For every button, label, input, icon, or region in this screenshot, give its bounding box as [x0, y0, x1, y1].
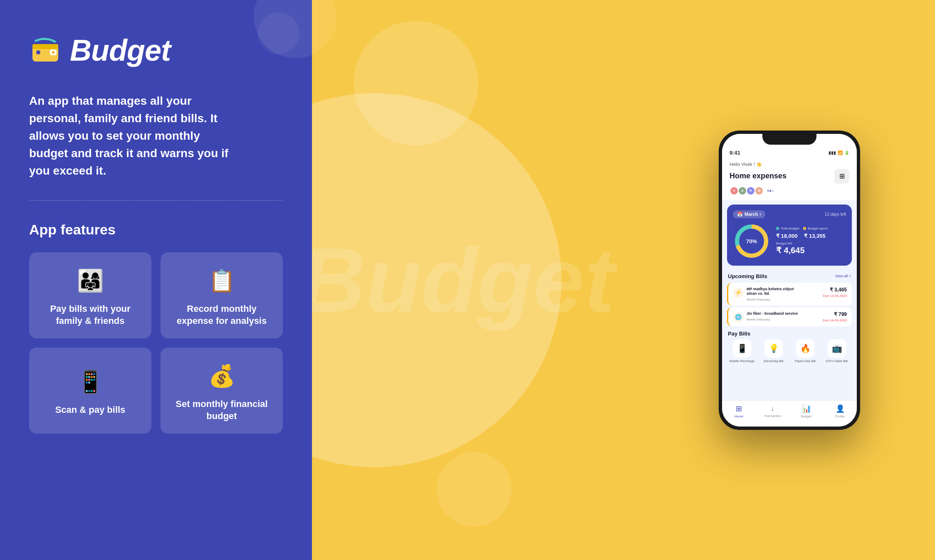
- bill-due-1: Due 12-03-2023: [823, 294, 847, 298]
- bill-month-1: Month February: [747, 298, 801, 301]
- wifi-icon: 📶: [838, 150, 843, 155]
- bill-left-2: 🌐 Jio fiber - broadband service Month Fe…: [733, 311, 798, 322]
- pay-bills-grid: 📱 Mobile Recharge 💡 Electricity Bill 🔥 P…: [728, 339, 851, 363]
- calendar-icon: 📅: [737, 212, 743, 217]
- legend-spent-label: Budget spent: [808, 227, 827, 230]
- avatars-row: V A R M +4 ›: [730, 186, 849, 195]
- nav-profile[interactable]: 👤 Profile: [823, 404, 857, 418]
- donut-percent: 70%: [746, 238, 757, 244]
- budget-card-header: 📅 March › 12 days left: [733, 210, 846, 218]
- mobile-recharge-label: Mobile Recharge: [730, 359, 754, 363]
- avatar-2: A: [738, 186, 747, 195]
- electricity-icon: ⚡: [733, 288, 743, 298]
- battery-icon: 🔋: [844, 150, 849, 155]
- bottom-nav: ⊞ Home ↓ Transaction 📊 Budget 👤 Profile: [722, 400, 857, 427]
- bill-amount-2: ₹ 799: [823, 311, 847, 317]
- more-avatars-badge: +4 ›: [767, 189, 774, 193]
- transaction-nav-icon: ↓: [771, 404, 774, 413]
- pay-bill-electricity[interactable]: 💡 Electricity Bill: [759, 339, 788, 363]
- bill-month-2: Month February: [747, 318, 798, 321]
- feature-card-scan-pay[interactable]: 📱 Scan & pay bills: [29, 348, 151, 434]
- dth-cable-icon: 📺: [828, 339, 846, 358]
- grid-icon[interactable]: ⊞: [834, 169, 849, 184]
- profile-nav-icon: 👤: [836, 404, 845, 413]
- pay-bill-dth[interactable]: 📺 DTH Cable Bill: [823, 339, 851, 363]
- app-tagline: An app that manages all your personal, f…: [29, 92, 237, 180]
- budget-nav-label: Budget: [801, 414, 811, 418]
- deco-circle-2: [437, 452, 512, 527]
- total-budget-val: ₹ 18,000: [776, 233, 797, 239]
- budget-spent-val: ₹ 13,355: [804, 233, 825, 239]
- budget-info: Total Budget Budget spent ₹ 18,000: [776, 227, 846, 255]
- status-icons: ▮▮▮ 📶 🔋: [829, 150, 849, 155]
- nav-home[interactable]: ⊞ Home: [722, 404, 756, 418]
- bill-info-1: MP madhya kshetra vidyut vitran co. ltd.…: [747, 287, 801, 301]
- pay-bills-label: Pay bills with your family & friends: [41, 303, 140, 327]
- feature-card-pay-bills[interactable]: 👨‍👩‍👧 Pay bills with your family & frien…: [29, 252, 151, 338]
- phone-mockup: 9:41 ▮▮▮ 📶 🔋 Hello Vivek ! 👋 Home expens…: [719, 131, 860, 430]
- scan-pay-label: Scan & pay bills: [55, 404, 126, 416]
- pay-bills-section: Pay Bills 📱 Mobile Recharge 💡 Electricit…: [722, 328, 857, 366]
- bill-right-2: ₹ 799 Due 14-03-2023: [823, 311, 847, 322]
- svg-point-2: [36, 50, 40, 54]
- app-name: Budget: [70, 33, 171, 67]
- logo-area: Budget: [29, 33, 283, 67]
- piped-gas-label: Piped Gas Bill: [795, 359, 816, 363]
- nav-budget[interactable]: 📊 Budget: [789, 404, 823, 418]
- budget-card: 📅 March › 12 days left: [727, 205, 852, 266]
- budget-spent-amount: ₹ 13,355: [804, 233, 825, 239]
- nav-transaction[interactable]: ↓ Transaction: [756, 404, 789, 418]
- avatar-1: V: [730, 186, 739, 195]
- donut-chart: 70%: [733, 222, 770, 260]
- piped-gas-icon: 🔥: [796, 339, 814, 358]
- upcoming-bills-title: Upcoming Bills: [728, 273, 767, 279]
- month-badge[interactable]: 📅 March ›: [733, 210, 765, 218]
- total-budget-amount: ₹ 18,000: [776, 233, 797, 239]
- pay-bill-mobile[interactable]: 📱 Mobile Recharge: [728, 339, 756, 363]
- bill-left-1: ⚡ MP madhya kshetra vidyut vitran co. lt…: [733, 287, 801, 301]
- budget-amounts: ₹ 18,000 ₹ 13,355: [776, 233, 846, 239]
- broadband-icon: 🌐: [733, 312, 743, 322]
- scan-pay-icon: 📱: [74, 365, 107, 398]
- home-nav-label: Home: [735, 414, 743, 418]
- phone-header: Hello Vivek ! 👋 Home expenses ⊞ V A R M …: [722, 158, 857, 200]
- bill-right-1: ₹ 3,465 Due 12-03-2023: [823, 287, 847, 298]
- signal-icon: ▮▮▮: [829, 150, 836, 155]
- status-time: 9:41: [730, 150, 740, 156]
- pay-bill-gas[interactable]: 🔥 Piped Gas Bill: [791, 339, 819, 363]
- left-panel: Budget An app that manages all your pers…: [0, 0, 312, 560]
- legend-dot-spent: [803, 227, 806, 230]
- profile-nav-label: Profile: [835, 414, 845, 418]
- pay-bills-icon: 👨‍👩‍👧: [74, 264, 107, 297]
- chevron-right-icon: ›: [759, 212, 761, 217]
- bill-item-2[interactable]: 🌐 Jio fiber - broadband service Month Fe…: [727, 307, 852, 326]
- budget-body: 70% Total Budget Bud: [733, 222, 846, 260]
- legend-total-label: Total Budget: [781, 227, 799, 230]
- budget-left-val: ₹ 4,645: [776, 245, 846, 255]
- legend-dot-total: [776, 227, 779, 230]
- bill-item-1[interactable]: ⚡ MP madhya kshetra vidyut vitran co. lt…: [727, 283, 852, 306]
- transaction-nav-label: Transaction: [764, 414, 782, 418]
- phone-screen: 9:41 ▮▮▮ 📶 🔋 Hello Vivek ! 👋 Home expens…: [722, 134, 857, 427]
- home-expenses-title: Home expenses: [730, 172, 787, 180]
- bill-amount-1: ₹ 3,465: [823, 287, 847, 293]
- budget-nav-icon: 📊: [802, 404, 811, 413]
- set-budget-label: Set monthly financial budget: [172, 398, 271, 422]
- svg-rect-1: [32, 44, 58, 49]
- right-panel: Budget 9:41 ▮▮▮ 📶 🔋 Hello Vivek ! 👋: [312, 0, 935, 560]
- feature-card-set-budget[interactable]: 💰 Set monthly financial budget: [161, 348, 283, 434]
- days-left: 12 days left: [825, 212, 846, 217]
- mobile-recharge-icon: 📱: [733, 339, 751, 358]
- pay-bills-title: Pay Bills: [728, 331, 851, 337]
- month-label: March: [745, 212, 758, 217]
- view-all-link[interactable]: View all >: [835, 274, 851, 278]
- bill-name-2: Jio fiber - broadband service: [747, 311, 798, 316]
- header-row: Home expenses ⊞: [730, 169, 849, 184]
- budget-legend: Total Budget Budget spent: [776, 227, 846, 230]
- electricity-bill-label: Electricity Bill: [764, 359, 783, 363]
- record-expense-icon: 📋: [205, 264, 238, 297]
- feature-card-record-expense[interactable]: 📋 Record monthly expense for analysis: [161, 252, 283, 338]
- svg-point-4: [52, 51, 54, 54]
- bill-due-2: Due 14-03-2023: [823, 318, 847, 322]
- avatar-4: M: [754, 186, 764, 195]
